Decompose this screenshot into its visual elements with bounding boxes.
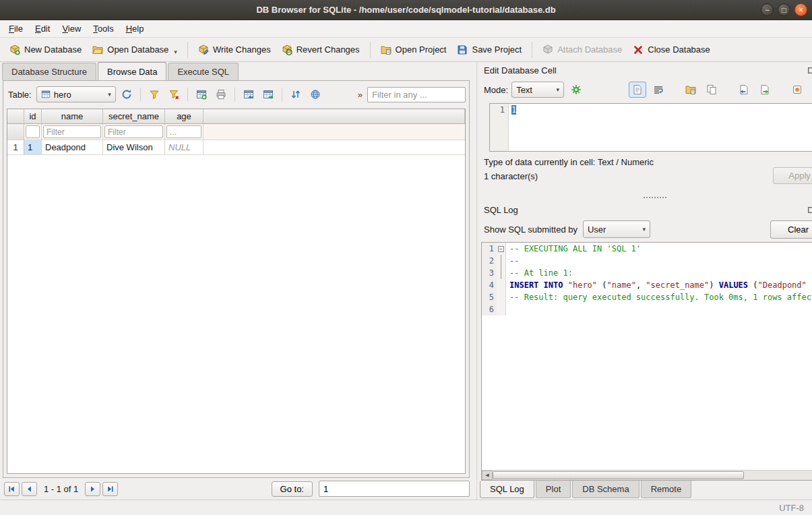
table-row: 1 1 Deadpond Dive Wilson NULL xyxy=(7,140,465,155)
float-dock-icon[interactable] xyxy=(807,205,812,214)
cell-info: Type of data currently in cell: Text / N… xyxy=(477,156,812,193)
tab-database-structure[interactable]: Database Structure xyxy=(2,63,96,80)
minimize-button[interactable]: − xyxy=(761,3,774,16)
row-header[interactable]: 1 xyxy=(7,140,24,155)
bottom-tab-remote[interactable]: Remote xyxy=(641,481,692,498)
float-dock-icon[interactable] xyxy=(807,65,812,75)
maximize-button[interactable]: □ xyxy=(778,3,790,16)
filter-input-id[interactable] xyxy=(26,125,40,138)
copy-icon xyxy=(706,84,717,95)
save-filter-button[interactable] xyxy=(165,86,183,102)
set-null-button[interactable] xyxy=(788,82,806,98)
open-database-button[interactable]: Open Database ▾ xyxy=(87,40,183,59)
sql-log-editor[interactable]: 1−-- EXECUTING ALL IN 'SQL 1'2--3-- At l… xyxy=(481,242,812,481)
dock-splitter-handle[interactable] xyxy=(477,193,812,202)
clear-log-button[interactable]: Clear xyxy=(770,220,812,239)
goto-input[interactable] xyxy=(319,481,470,497)
export-cell-button[interactable] xyxy=(756,82,774,98)
open-database-icon xyxy=(92,44,103,55)
refresh-button[interactable] xyxy=(118,86,135,102)
edit-cell-toolbar: Mode: Text ▾ xyxy=(477,78,812,101)
menu-view[interactable]: View xyxy=(56,21,87,36)
clear-filters-button[interactable] xyxy=(146,86,163,102)
close-window-button[interactable]: × xyxy=(794,3,807,16)
cell-age[interactable]: NULL xyxy=(165,140,204,155)
print-cell-button[interactable] xyxy=(809,82,812,98)
bottom-tab-plot[interactable]: Plot xyxy=(536,481,571,498)
export-table-button[interactable] xyxy=(259,86,277,102)
sort-records-button[interactable] xyxy=(287,86,305,102)
copy-cell-button[interactable] xyxy=(703,82,720,98)
bottom-tab-sql-log[interactable]: SQL Log xyxy=(480,481,534,498)
filter-any-input[interactable] xyxy=(367,87,466,102)
menu-file[interactable]: File xyxy=(3,21,29,36)
open-database-dropdown-icon[interactable]: ▾ xyxy=(174,49,177,55)
line-number: 5 xyxy=(482,291,497,303)
import-table-button[interactable] xyxy=(240,86,257,102)
mode-select[interactable]: Text ▾ xyxy=(511,82,564,98)
text-mode-button[interactable] xyxy=(629,82,646,98)
import-cell-button[interactable] xyxy=(735,82,753,98)
column-header-id[interactable]: id xyxy=(24,109,42,124)
sql-log-line: 3-- At line 1: xyxy=(482,267,812,279)
statusbar: UTF-8 xyxy=(0,499,812,515)
menu-tools[interactable]: Tools xyxy=(87,21,119,36)
scrollbar-thumb[interactable] xyxy=(493,471,744,479)
next-page-button[interactable] xyxy=(85,482,100,496)
revert-changes-button[interactable]: Revert Changes xyxy=(276,40,365,59)
toolbar-overflow-chevron-icon[interactable]: » xyxy=(358,90,363,100)
open-external-button[interactable] xyxy=(682,82,699,98)
column-header-secret-name[interactable]: secret_name xyxy=(103,109,165,124)
insert-record-button[interactable] xyxy=(193,86,210,102)
toolbar-separator xyxy=(187,88,188,101)
scrollbar-track[interactable] xyxy=(493,471,812,480)
first-page-button[interactable] xyxy=(4,482,20,496)
cell-id[interactable]: 1 xyxy=(24,140,42,155)
filter-input-age[interactable] xyxy=(166,125,201,138)
open-project-button[interactable]: Open Project xyxy=(375,40,452,59)
fold-marker-icon[interactable]: − xyxy=(497,243,506,255)
cell-secret-name[interactable]: Dive Wilson xyxy=(103,140,165,155)
clear-filters-icon xyxy=(149,89,160,100)
attach-database-button: Attach Database xyxy=(537,40,627,59)
data-grid: id name secret_name age xyxy=(7,109,466,474)
column-header-name[interactable]: name xyxy=(42,109,103,124)
log-source-caret-icon: ▾ xyxy=(638,226,646,233)
export-table-icon xyxy=(263,89,274,100)
goto-button[interactable]: Go to: xyxy=(272,481,313,497)
save-project-button[interactable]: Save Project xyxy=(451,40,527,59)
horizontal-scrollbar[interactable]: ◀ ▶ xyxy=(482,470,812,480)
encoding-button[interactable] xyxy=(307,86,324,102)
tab-execute-sql[interactable]: Execute SQL xyxy=(168,63,239,80)
cell-char-count: 1 character(s) xyxy=(484,171,773,181)
close-database-button[interactable]: Close Database xyxy=(627,40,716,59)
filter-input-name[interactable] xyxy=(43,125,101,138)
grid-empty-area xyxy=(7,155,465,473)
menu-help[interactable]: Help xyxy=(120,21,150,36)
line-number: 6 xyxy=(482,303,497,315)
filter-input-secret-name[interactable] xyxy=(104,125,163,138)
auto-switch-mode-button[interactable] xyxy=(567,82,585,98)
cell-editor[interactable]: 1 1 xyxy=(489,103,812,152)
prev-page-button[interactable] xyxy=(22,482,37,496)
edit-cell-title: Edit Database Cell xyxy=(484,65,807,75)
export-file-icon xyxy=(759,84,770,95)
print-icon xyxy=(216,89,226,100)
menu-edit[interactable]: Edit xyxy=(29,21,56,36)
column-header-age[interactable]: age xyxy=(165,109,204,124)
cell-editor-content[interactable]: 1 xyxy=(509,104,812,151)
new-database-button[interactable]: New Database xyxy=(4,40,87,59)
print-table-button[interactable] xyxy=(212,86,230,102)
bottom-tab-db-schema[interactable]: DB Schema xyxy=(572,481,639,498)
last-page-button[interactable] xyxy=(102,482,118,496)
log-source-select[interactable]: User ▾ xyxy=(583,220,650,238)
sql-log-line: 5-- Result: query executed successfully.… xyxy=(482,291,812,303)
cell-editor-gutter: 1 xyxy=(490,104,509,151)
scroll-left-icon[interactable]: ◀ xyxy=(482,471,493,480)
save-project-icon xyxy=(457,44,468,55)
cell-name[interactable]: Deadpond xyxy=(42,140,103,155)
table-select[interactable]: hero ▾ xyxy=(36,86,116,102)
write-changes-button[interactable]: Write Changes xyxy=(193,40,276,59)
word-wrap-button[interactable] xyxy=(650,82,667,98)
tab-browse-data[interactable]: Browse Data xyxy=(98,62,166,80)
